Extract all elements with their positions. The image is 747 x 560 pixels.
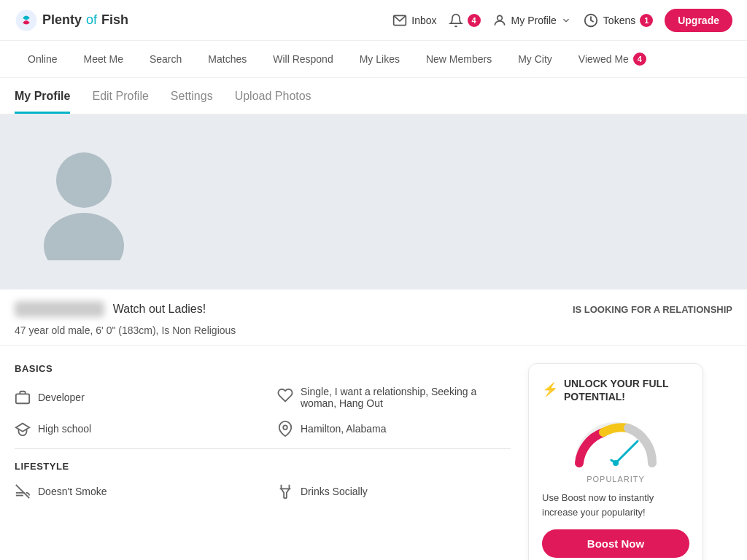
svg-point-4 <box>56 152 112 208</box>
profile-name-row: XXXXXXXXXX Watch out Ladies! <box>15 301 236 317</box>
basics-job: Developer <box>15 386 248 409</box>
bolt-icon: ⚡ <box>542 381 558 398</box>
tab-edit-profile[interactable]: Edit Profile <box>92 90 148 114</box>
tab-my-profile[interactable]: My Profile <box>15 90 70 114</box>
svg-rect-6 <box>16 394 29 403</box>
tokens-button[interactable]: Tokens 1 <box>583 12 653 28</box>
tokens-badge: 1 <box>640 14 653 27</box>
lifestyle-title: LIFESTYLE <box>15 461 511 472</box>
tokens-label: Tokens <box>603 15 635 26</box>
profile-left: BASICS Developer Single, I want a relati… <box>15 363 511 499</box>
username-blurred: XXXXXXXXXX <box>15 301 104 317</box>
boost-card-title: ⚡ UNLOCK YOUR FULL POTENTIAL! <box>542 377 689 403</box>
inbox-icon <box>392 13 407 28</box>
lifestyle-smoking-text: Doesn't Smoke <box>38 486 107 497</box>
basics-title: BASICS <box>15 363 511 374</box>
heart-icon <box>277 387 293 403</box>
svg-line-12 <box>616 441 638 463</box>
notifications-badge: 4 <box>468 14 481 27</box>
logo-text-of: of <box>86 12 97 28</box>
profile-tabs: My Profile Edit Profile Settings Upload … <box>0 78 747 114</box>
avatar <box>29 136 139 268</box>
basics-grid: Developer Single, I want a relationship,… <box>15 386 511 437</box>
tokens-icon <box>583 12 599 28</box>
profile-details: 47 year old male, 6' 0" (183cm), Is Non … <box>15 324 236 336</box>
nav-online[interactable]: Online <box>15 42 70 77</box>
nav-new-members[interactable]: New Members <box>413 42 505 77</box>
drinks-icon <box>277 483 293 499</box>
profile-right: ⚡ UNLOCK YOUR FULL POTENTIAL! <box>528 363 703 560</box>
profile-photo-area <box>0 114 747 289</box>
logo[interactable]: PlentyofFish <box>15 9 128 32</box>
inbox-label: Inbox <box>411 15 436 26</box>
avatar-silhouette <box>33 144 135 260</box>
svg-point-5 <box>44 213 124 260</box>
svg-point-14 <box>613 460 619 466</box>
logo-text-fish: Fish <box>101 12 128 28</box>
svg-line-8 <box>16 485 29 498</box>
bell-icon <box>449 13 463 28</box>
nav-will-respond[interactable]: Will Respond <box>260 42 346 77</box>
tab-upload-photos[interactable]: Upload Photos <box>235 90 311 114</box>
top-navigation: PlentyofFish Inbox 4 My Profile Tokens 1… <box>0 0 747 41</box>
basics-relationship-text: Single, I want a relationship, Seeking a… <box>301 386 511 409</box>
basics-relationship: Single, I want a relationship, Seeking a… <box>277 386 511 409</box>
nav-matches[interactable]: Matches <box>195 42 260 77</box>
lifestyle-smoking: Doesn't Smoke <box>15 483 248 499</box>
nav-search[interactable]: Search <box>136 42 195 77</box>
looking-for: IS LOOKING FOR A RELATIONSHIP <box>573 301 732 315</box>
gauge-chart <box>542 412 689 470</box>
basics-divider <box>15 448 511 449</box>
lifestyle-drinking: Drinks Socially <box>277 483 511 499</box>
notifications-button[interactable]: 4 <box>449 13 481 28</box>
popularity-label: POPULARITY <box>542 475 689 483</box>
viewed-me-badge: 4 <box>633 52 646 66</box>
lifestyle-grid: Doesn't Smoke Drinks Socially <box>15 483 511 499</box>
content-area: BASICS Developer Single, I want a relati… <box>0 346 747 560</box>
lifestyle-drinking-text: Drinks Socially <box>301 486 368 497</box>
location-icon <box>277 421 293 437</box>
nav-viewed-me[interactable]: Viewed Me 4 <box>565 41 659 77</box>
basics-education: High school <box>15 421 248 437</box>
graduation-cap-icon <box>15 421 31 437</box>
basics-location: Hamilton, Alabama <box>277 421 511 437</box>
main-navigation: Online Meet Me Search Matches Will Respo… <box>0 41 747 78</box>
my-profile-button[interactable]: My Profile <box>492 13 571 28</box>
logo-text-plenty: Plenty <box>42 12 82 28</box>
nav-my-city[interactable]: My City <box>505 42 565 77</box>
briefcase-icon <box>15 389 31 405</box>
nav-my-likes[interactable]: My Likes <box>347 42 413 77</box>
inbox-button[interactable]: Inbox <box>392 13 436 28</box>
my-profile-label: My Profile <box>511 15 557 26</box>
user-icon <box>492 13 507 28</box>
basics-education-text: High school <box>38 423 91 435</box>
boost-card-title-text: UNLOCK YOUR FULL POTENTIAL! <box>564 377 689 403</box>
no-smoke-icon <box>15 483 31 499</box>
basics-job-text: Developer <box>38 392 85 403</box>
tab-settings[interactable]: Settings <box>171 90 213 114</box>
basics-location-text: Hamilton, Alabama <box>301 423 387 435</box>
logo-icon <box>15 9 38 32</box>
nav-meet-me[interactable]: Meet Me <box>70 42 136 77</box>
chevron-down-icon <box>561 15 571 26</box>
svg-point-7 <box>283 425 287 429</box>
profile-name-area: XXXXXXXXXX Watch out Ladies! 47 year old… <box>15 301 236 336</box>
upgrade-button[interactable]: Upgrade <box>665 9 732 32</box>
boost-card: ⚡ UNLOCK YOUR FULL POTENTIAL! <box>528 363 703 560</box>
profile-info: XXXXXXXXXX Watch out Ladies! 47 year old… <box>0 289 747 346</box>
profile-tagline: Watch out Ladies! <box>113 303 206 316</box>
gauge-svg <box>568 412 663 470</box>
boost-now-button[interactable]: Boost Now <box>542 529 689 558</box>
viewed-me-label: Viewed Me <box>578 53 629 65</box>
boost-description: Use Boost now to instantly increase your… <box>542 491 689 519</box>
top-nav-right: Inbox 4 My Profile Tokens 1 Upgrade <box>392 9 732 32</box>
svg-point-2 <box>497 15 502 20</box>
